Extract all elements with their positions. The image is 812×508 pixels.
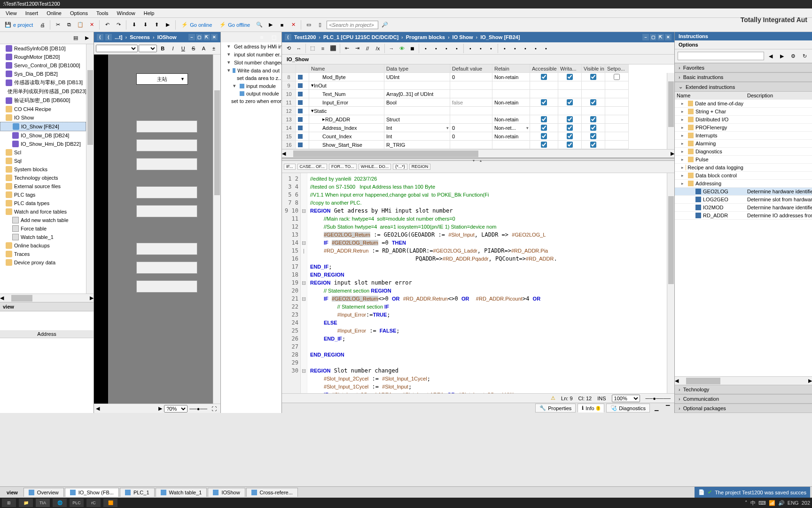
iface-cell[interactable]	[530, 81, 558, 90]
layout1-icon[interactable]: ▭	[304, 20, 313, 30]
ed-tb-indent-dec[interactable]: ⇤	[342, 44, 351, 53]
instruction-item[interactable]: Diagnostics	[675, 148, 812, 156]
tree-item[interactable]: CO CH4 Recipe	[0, 105, 86, 113]
iface-cell[interactable]: Array[0..31] of UDInt	[384, 90, 450, 98]
instr-search-prev-icon[interactable]: ◀	[766, 51, 775, 61]
instr-filter-icon[interactable]: ⚙	[789, 51, 798, 61]
tree-item[interactable]: Device proxy data	[0, 258, 86, 267]
iface-cell[interactable]	[605, 98, 629, 107]
doc-tab-plc1[interactable]: PLC_1	[120, 488, 155, 497]
iface-cell[interactable]	[558, 141, 582, 149]
iface-cell[interactable]: Show_Start_Rise	[309, 141, 384, 149]
iface-cell[interactable]: 8	[282, 73, 296, 81]
iface-cell[interactable]: false	[450, 98, 492, 107]
fold-mark[interactable]: ⊟	[301, 207, 307, 215]
fold-mark[interactable]	[301, 343, 307, 351]
tree-item[interactable]: Force table	[0, 224, 86, 233]
iface-cell[interactable]	[296, 98, 309, 107]
tree-item[interactable]: Traces	[0, 250, 86, 258]
fold-mark[interactable]	[301, 351, 307, 359]
section-extended[interactable]: Extended instructions	[675, 82, 812, 92]
iface-cell[interactable]	[558, 107, 582, 115]
iface-hscroll[interactable]: ◀▶	[282, 149, 674, 158]
iface-cell[interactable]	[558, 73, 582, 81]
tree-item[interactable]: 使用单列或双列传感器_DB [DB23]	[0, 87, 86, 96]
crumb-0[interactable]: Test1200	[294, 34, 316, 40]
section-basic[interactable]: Basic instructions	[675, 72, 812, 82]
iface-cell[interactable]	[296, 141, 309, 149]
iface-cell[interactable]: 15	[282, 132, 296, 141]
fold-mark[interactable]	[301, 175, 307, 183]
inspector-expand-icon[interactable]: ▔	[663, 404, 672, 413]
iface-cell[interactable]: Non-retain	[492, 115, 530, 124]
hmi-float-icon[interactable]: ⇱	[203, 34, 210, 40]
ed-tb-l[interactable]: •	[541, 44, 551, 53]
task-tia[interactable]: TIA	[36, 499, 50, 507]
fold-mark[interactable]	[301, 263, 307, 271]
iface-col-header[interactable]: Retain	[492, 64, 530, 73]
go-offline-button[interactable]: ⚡Go offline	[217, 21, 253, 29]
scl-code-area[interactable]: 1 2 3 4 5 6 7 8 9 10 11 12 13 14 15 16 1…	[282, 173, 674, 393]
fold-mark[interactable]: ⊟	[301, 367, 307, 375]
iface-cell[interactable]: 13	[282, 115, 296, 124]
tree-collapse-icon[interactable]: ▤	[71, 33, 80, 43]
section-favorites[interactable]: Favorites	[675, 63, 812, 72]
iface-cell[interactable]	[530, 98, 558, 107]
iface-col-header[interactable]: Data type	[384, 64, 450, 73]
outline-item[interactable]: input slot number er...	[221, 50, 281, 58]
start-cpu-icon[interactable]: ▶	[266, 20, 275, 30]
iface-checkbox[interactable]	[567, 133, 573, 139]
iface-cell[interactable]	[605, 90, 629, 98]
iface-cell[interactable]	[558, 132, 582, 141]
menu-options[interactable]: Options	[66, 9, 92, 17]
instruction-item[interactable]: String + Char	[675, 108, 812, 116]
iface-cell[interactable]	[605, 132, 629, 141]
instruction-item[interactable]: Distributed I/O	[675, 116, 812, 124]
bold-icon[interactable]: B	[158, 44, 167, 53]
iface-col-header[interactable]: Name	[309, 64, 384, 73]
iface-cell[interactable]: 0	[450, 73, 492, 81]
instruction-item[interactable]: Alarming	[675, 140, 812, 148]
instructions-tree[interactable]: Date and time-of-dayString + CharDistrib…	[675, 100, 812, 376]
print-icon[interactable]: 🖨	[38, 20, 47, 30]
iface-cell[interactable]: R_TRIG	[384, 141, 450, 149]
tab-diagnostics[interactable]: 🩺 Diagnostics	[606, 404, 650, 413]
hmi-field-3[interactable]	[136, 158, 197, 170]
iface-cell[interactable]: Address_Index	[309, 124, 384, 132]
fold-mark[interactable]	[301, 183, 307, 191]
fold-mark[interactable]	[301, 383, 307, 391]
hmi-font-select[interactable]	[96, 45, 138, 52]
fold-mark[interactable]	[301, 303, 307, 311]
code-vscroll[interactable]	[667, 173, 674, 393]
editor-min-icon[interactable]: –	[642, 34, 649, 40]
ed-tb-h[interactable]: •	[500, 44, 509, 53]
search-submit-icon[interactable]: 🔎	[380, 20, 390, 30]
iface-cell[interactable]	[582, 98, 605, 107]
instruction-item[interactable]: Recipe and data logging	[675, 164, 812, 172]
iface-cell[interactable]: Bool	[384, 98, 450, 107]
fold-mark[interactable]: ⊟	[301, 279, 307, 287]
hmi-hscroll-right[interactable]: ▶	[158, 405, 162, 412]
crumb-1[interactable]: PLC_1 [CPU 1215C DC/DC/DC]	[323, 34, 398, 40]
tray-up-icon[interactable]: ˄	[745, 500, 748, 506]
hmi-canvas[interactable]: 主站	[94, 55, 213, 404]
iface-checkbox[interactable]	[590, 116, 596, 122]
iface-cell[interactable]	[296, 124, 309, 132]
hmi-combo-field[interactable]: 主站	[136, 73, 188, 85]
undo-icon[interactable]: ↶	[102, 20, 112, 30]
ed-tb-j[interactable]: •	[521, 44, 530, 53]
iface-checkbox[interactable]	[590, 74, 596, 80]
doc-view-head[interactable]: view	[2, 488, 23, 497]
tree-item[interactable]: Technology objects	[0, 174, 86, 182]
fold-mark[interactable]	[301, 191, 307, 199]
iface-cell[interactable]	[296, 81, 309, 90]
code-zoom-select[interactable]: 100%	[612, 395, 640, 402]
iface-col-header[interactable]	[282, 64, 296, 73]
iface-cell[interactable]: Struct	[384, 115, 450, 124]
editor-float-icon[interactable]: ⇱	[657, 34, 664, 40]
tree-item[interactable]: External source files	[0, 182, 86, 190]
outline-item[interactable]: set dada area to z...	[221, 74, 281, 82]
fold-mark[interactable]	[301, 215, 307, 223]
iface-cell[interactable]: 14	[282, 124, 296, 132]
more-format-icon[interactable]: ±	[209, 44, 219, 53]
